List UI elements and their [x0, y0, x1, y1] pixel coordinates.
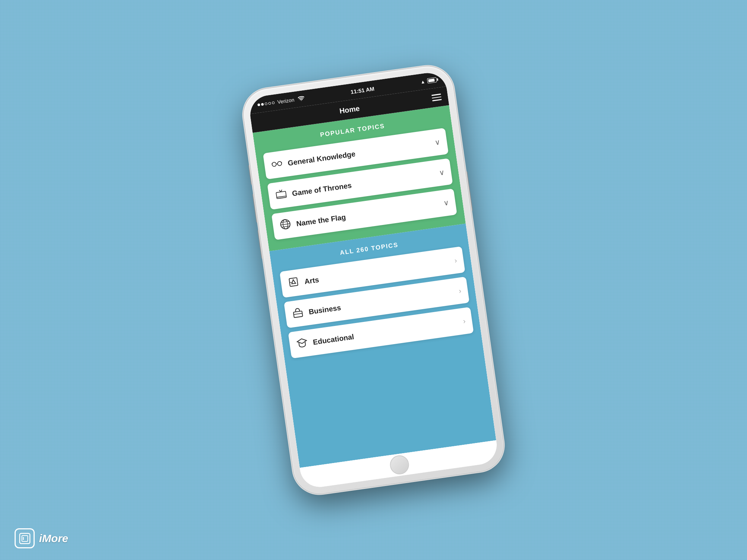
business-label: Business: [308, 303, 341, 316]
educational-label: Educational: [313, 332, 355, 347]
signal-dot-3: [264, 102, 267, 105]
arts-icon: [287, 276, 301, 291]
location-icon: ▲: [420, 79, 426, 85]
hamburger-line-2: [432, 96, 441, 98]
general-knowledge-label: General Knowledge: [287, 149, 356, 167]
signal-dot-1: [258, 103, 260, 106]
topic-left-business: Business: [291, 301, 342, 320]
phone-shell: Verizon 11:51 AM ▲: [240, 63, 507, 497]
battery-indicator: [427, 77, 437, 83]
svg-rect-21: [20, 533, 30, 544]
general-knowledge-chevron-icon: ∨: [434, 137, 441, 147]
screen-content: POPULAR TOPICS: [253, 105, 496, 468]
imore-watermark: iMore: [15, 528, 68, 548]
status-left: Verizon: [257, 95, 305, 108]
signal-indicator: [258, 101, 275, 106]
hamburger-line-1: [431, 94, 441, 96]
imore-brand-label: iMore: [39, 532, 68, 545]
educational-icon: [295, 337, 309, 351]
svg-point-1: [272, 162, 276, 167]
svg-line-20: [294, 313, 302, 314]
signal-dot-4: [268, 102, 271, 105]
status-time: 11:51 AM: [350, 85, 375, 95]
all-topics-section: ALL 260 TOPICS Arts: [269, 223, 496, 468]
signal-dot-2: [261, 103, 264, 106]
battery-body: [427, 77, 437, 83]
nav-title: Home: [339, 104, 360, 115]
home-button[interactable]: [389, 454, 410, 476]
svg-line-14: [281, 221, 289, 222]
status-right: ▲: [420, 77, 437, 85]
topic-left-name-the-flag: Name the Flag: [279, 210, 347, 233]
arts-chevron-icon: ›: [454, 256, 457, 265]
name-the-flag-chevron-icon: ∨: [443, 198, 449, 207]
globe-icon: [279, 218, 292, 233]
svg-point-0: [301, 100, 302, 101]
wifi-icon: [297, 95, 305, 102]
svg-rect-22: [22, 536, 28, 541]
arts-label: Arts: [304, 275, 320, 285]
svg-line-18: [290, 282, 292, 283]
svg-line-4: [272, 163, 272, 165]
topic-left-game-of-thrones: Game of Thrones: [275, 179, 352, 202]
educational-chevron-icon: ›: [462, 317, 466, 326]
tv-icon: [275, 188, 288, 202]
imore-icon: [15, 528, 35, 548]
svg-point-2: [277, 161, 282, 166]
game-of-thrones-chevron-icon: ∨: [438, 168, 445, 177]
hamburger-button[interactable]: [431, 94, 442, 101]
game-of-thrones-label: Game of Thrones: [291, 181, 352, 198]
name-the-flag-label: Name the Flag: [296, 213, 347, 228]
svg-line-7: [277, 196, 286, 198]
svg-line-8: [280, 198, 283, 198]
svg-line-3: [276, 164, 278, 164]
phone-screen: Verizon 11:51 AM ▲: [248, 70, 499, 489]
topic-left-educational: Educational: [295, 330, 355, 351]
svg-rect-6: [276, 191, 286, 199]
hamburger-line-3: [432, 99, 442, 101]
battery-fill: [428, 78, 435, 82]
svg-line-13: [281, 223, 290, 225]
phone-wrapper: Verizon 11:51 AM ▲: [240, 63, 507, 497]
carrier-label: Verizon: [277, 97, 294, 105]
svg-line-15: [282, 226, 290, 227]
business-icon: [291, 306, 305, 321]
business-chevron-icon: ›: [458, 286, 462, 295]
svg-marker-17: [291, 279, 295, 284]
topic-left-general-knowledge: General Knowledge: [270, 147, 356, 172]
signal-dot-5: [272, 101, 275, 104]
topic-left-arts: Arts: [287, 273, 320, 291]
glasses-icon: [270, 158, 284, 172]
svg-line-5: [282, 162, 282, 163]
svg-rect-16: [289, 277, 298, 286]
